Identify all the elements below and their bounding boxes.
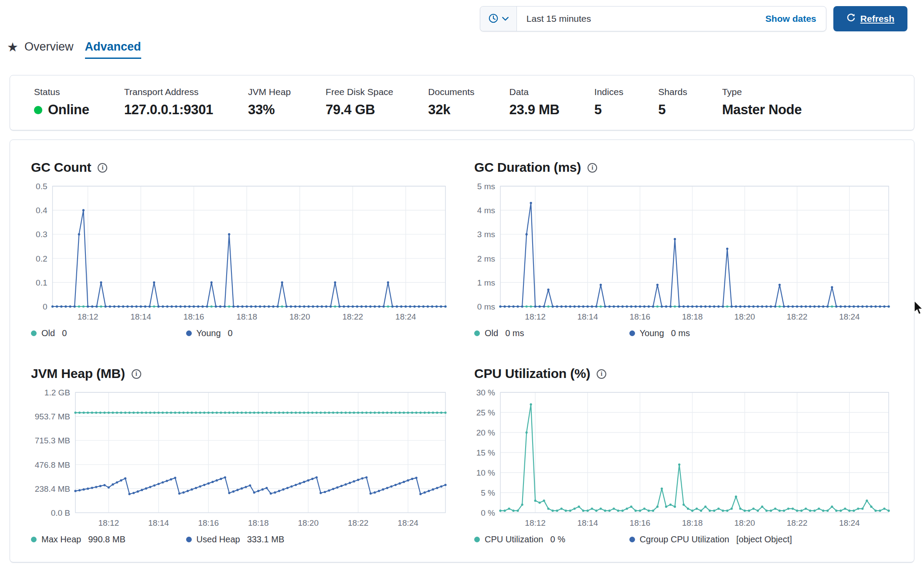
summary-value: 5 xyxy=(594,102,624,118)
chart-legend: Old0 msYoung0 ms xyxy=(474,328,893,338)
svg-text:18:18: 18:18 xyxy=(236,312,257,321)
chart-gc-count: GC Count i 18:1218:1418:1618:1818:2018:2… xyxy=(31,160,450,338)
svg-text:18:18: 18:18 xyxy=(682,518,703,528)
chart-cpu-utilization: CPU Utilization (%) i 18:1218:1418:1618:… xyxy=(474,366,893,545)
svg-text:18:14: 18:14 xyxy=(577,312,598,321)
summary-label: JVM Heap xyxy=(248,87,291,97)
legend-series-value: [object Object] xyxy=(736,534,792,545)
metrics-panel: GC Count i 18:1218:1418:1618:1818:2018:2… xyxy=(10,140,914,562)
svg-text:18:18: 18:18 xyxy=(248,518,269,528)
svg-text:10 %: 10 % xyxy=(476,468,495,477)
svg-text:18:12: 18:12 xyxy=(525,312,546,321)
chart-gc-duration: GC Duration (ms) i 18:1218:1418:1618:181… xyxy=(474,160,893,338)
svg-text:18:20: 18:20 xyxy=(289,312,310,321)
summary-item-status: StatusOnline xyxy=(34,87,89,118)
svg-text:18:20: 18:20 xyxy=(734,312,755,321)
clock-icon xyxy=(488,13,499,25)
summary-label: Shards xyxy=(658,87,687,97)
svg-text:715.3 MB: 715.3 MB xyxy=(35,436,70,445)
node-summary-bar: StatusOnlineTransport Address127.0.0.1:9… xyxy=(10,75,914,130)
info-icon[interactable]: i xyxy=(588,163,597,173)
legend-series-dot xyxy=(474,330,480,336)
legend-series-name: Old xyxy=(485,328,498,338)
svg-text:0.0 B: 0.0 B xyxy=(51,508,70,517)
svg-text:18:20: 18:20 xyxy=(298,518,319,528)
info-icon[interactable]: i xyxy=(597,369,606,379)
summary-item-free-disk-space: Free Disk Space79.4 GB xyxy=(326,87,393,118)
svg-text:18:24: 18:24 xyxy=(395,312,416,321)
svg-text:15 %: 15 % xyxy=(476,448,495,457)
node-advanced-page: Last 15 minutes Show dates Refresh ★ Ove… xyxy=(0,0,924,565)
info-icon[interactable]: i xyxy=(98,163,107,173)
refresh-icon xyxy=(846,13,856,24)
tab-overview[interactable]: Overview xyxy=(24,40,74,59)
legend-series-dot xyxy=(31,537,37,542)
legend-item-used-heap[interactable]: Used Heap333.1 MB xyxy=(186,534,285,545)
svg-text:0.4: 0.4 xyxy=(36,206,48,215)
chart-title: JVM Heap (MB) xyxy=(31,366,125,381)
svg-text:30 %: 30 % xyxy=(476,388,495,397)
chart-legend: Max Heap990.8 MBUsed Heap333.1 MB xyxy=(31,534,450,545)
svg-text:18:16: 18:16 xyxy=(630,312,651,321)
star-icon[interactable]: ★ xyxy=(7,41,18,59)
refresh-button[interactable]: Refresh xyxy=(833,6,907,31)
svg-text:5 ms: 5 ms xyxy=(477,182,495,191)
svg-text:238.4 MB: 238.4 MB xyxy=(35,484,70,494)
summary-value: 32k xyxy=(428,102,474,118)
svg-text:20 %: 20 % xyxy=(476,428,495,437)
svg-text:0.3: 0.3 xyxy=(36,230,47,239)
summary-item-data: Data23.9 MB xyxy=(510,87,560,118)
legend-series-dot xyxy=(629,537,635,542)
summary-value: 23.9 MB xyxy=(510,102,560,118)
chart-legend: Old0Young0 xyxy=(31,328,450,338)
legend-series-dot xyxy=(186,330,192,336)
legend-item-young[interactable]: Young0 ms xyxy=(629,328,690,338)
summary-label: Documents xyxy=(428,87,474,97)
svg-text:2 ms: 2 ms xyxy=(477,254,495,263)
svg-text:0.2: 0.2 xyxy=(36,254,47,263)
tab-advanced[interactable]: Advanced xyxy=(85,40,141,59)
summary-item-shards: Shards5 xyxy=(658,87,687,118)
time-range-value[interactable]: Last 15 minutes xyxy=(517,14,765,24)
legend-item-max-heap[interactable]: Max Heap990.8 MB xyxy=(31,534,126,545)
svg-text:18:22: 18:22 xyxy=(343,312,363,321)
cpu-utilization-chart-canvas[interactable]: 18:1218:1418:1618:1818:2018:2218:240 %5 … xyxy=(474,388,893,533)
legend-item-old[interactable]: Old0 xyxy=(31,328,67,338)
summary-value: Master Node xyxy=(722,102,802,118)
summary-label: Status xyxy=(34,87,89,97)
node-tabs: ★ Overview Advanced xyxy=(7,40,141,59)
svg-text:1.2 GB: 1.2 GB xyxy=(44,388,70,397)
summary-label: Free Disk Space xyxy=(326,87,393,97)
chart-legend: CPU Utilization0 %Cgroup CPU Utilization… xyxy=(474,534,893,545)
svg-text:18:22: 18:22 xyxy=(787,312,808,321)
svg-text:18:12: 18:12 xyxy=(78,312,99,321)
show-dates-link[interactable]: Show dates xyxy=(765,14,826,24)
legend-series-name: Cgroup CPU Utilization xyxy=(640,534,730,545)
legend-series-value: 990.8 MB xyxy=(88,534,126,545)
legend-item-cgroup-cpu-utilization[interactable]: Cgroup CPU Utilization[object Object] xyxy=(629,534,792,545)
svg-text:18:12: 18:12 xyxy=(525,518,546,528)
svg-text:0: 0 xyxy=(43,302,48,311)
mouse-cursor xyxy=(914,301,924,317)
gc-duration-chart-canvas[interactable]: 18:1218:1418:1618:1818:2018:2218:240 ms1… xyxy=(474,182,893,327)
jvm-heap-chart-canvas[interactable]: 18:1218:1418:1618:1818:2018:2218:240.0 B… xyxy=(31,388,450,533)
summary-value: 33% xyxy=(248,102,291,118)
legend-item-cpu-utilization[interactable]: CPU Utilization0 % xyxy=(474,534,565,545)
time-picker-quick-select-button[interactable] xyxy=(480,7,517,31)
svg-text:18:22: 18:22 xyxy=(348,518,369,528)
chevron-down-icon xyxy=(502,16,509,22)
summary-label: Indices xyxy=(594,87,624,97)
legend-series-dot xyxy=(474,537,480,542)
svg-text:18:20: 18:20 xyxy=(734,518,755,528)
gc-count-chart-canvas[interactable]: 18:1218:1418:1618:1818:2018:2218:2400.10… xyxy=(31,182,450,327)
legend-item-old[interactable]: Old0 ms xyxy=(474,328,524,338)
legend-series-value: 0 xyxy=(228,328,233,338)
info-icon[interactable]: i xyxy=(132,369,141,379)
legend-series-name: CPU Utilization xyxy=(485,534,543,545)
legend-item-young[interactable]: Young0 xyxy=(186,328,233,338)
svg-text:18:24: 18:24 xyxy=(839,518,860,528)
refresh-button-label: Refresh xyxy=(860,14,894,24)
svg-text:5 %: 5 % xyxy=(481,488,495,497)
svg-text:18:18: 18:18 xyxy=(682,312,703,321)
legend-series-dot xyxy=(186,537,192,542)
